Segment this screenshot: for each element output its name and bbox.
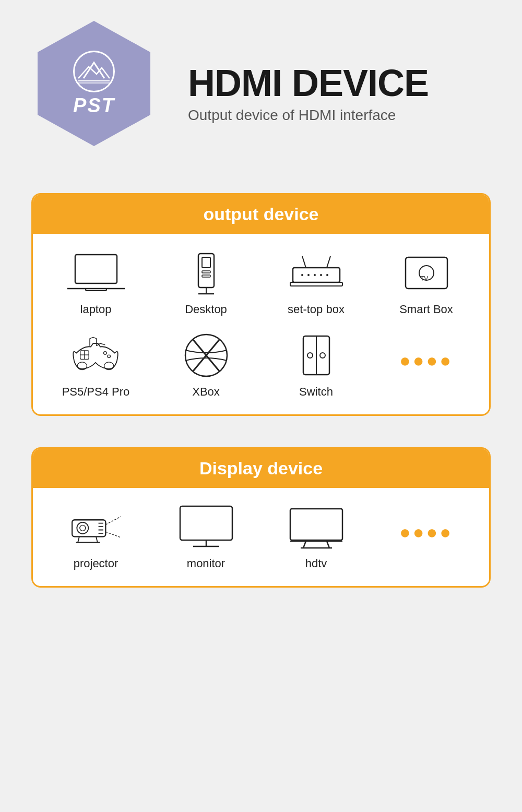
device-monitor: monitor (177, 504, 235, 570)
svg-rect-47 (180, 506, 232, 540)
display-card-header: Display device (33, 449, 489, 488)
svg-point-34 (320, 353, 325, 358)
device-settopbox: set-top box (288, 249, 345, 316)
svg-rect-2 (75, 255, 117, 283)
projector-icon (67, 504, 125, 551)
device-desktop: Desktop (177, 249, 235, 316)
gamepad-icon (67, 332, 124, 379)
device-more-display: ●●●● (398, 504, 455, 570)
settopbox-icon (288, 249, 345, 296)
xbox-icon (177, 332, 235, 379)
pst-logo-text: PST (73, 94, 115, 117)
switch-icon (288, 332, 345, 379)
device-hdtv: hdtv (288, 504, 345, 570)
dots-icon-display: ●●●● (399, 511, 453, 543)
smartbox-label: Smart Box (399, 303, 453, 316)
device-gamepad: PS5/PS4 Pro (62, 332, 130, 399)
switch-label: Switch (299, 385, 333, 399)
svg-rect-4 (86, 289, 106, 291)
gamepad-label: PS5/PS4 Pro (62, 385, 130, 399)
hexagon-logo: PST (31, 21, 157, 146)
monitor-icon (177, 504, 235, 551)
svg-point-36 (77, 522, 88, 534)
svg-line-52 (303, 541, 306, 548)
mountain-icon (78, 57, 110, 86)
svg-rect-6 (202, 257, 210, 268)
xbox-label: XBox (192, 385, 220, 399)
hdtv-label: hdtv (305, 557, 327, 570)
device-switch: Switch (288, 332, 345, 399)
laptop-icon (67, 249, 125, 296)
display-device-card: Display device (31, 447, 491, 588)
more-dots-icon-output: ●●●● (398, 332, 455, 379)
svg-rect-13 (293, 268, 340, 282)
svg-point-16 (314, 274, 316, 276)
svg-point-18 (326, 274, 328, 276)
svg-point-26 (104, 352, 107, 355)
dots-icon-output: ●●●● (399, 339, 453, 372)
device-xbox: XBox (177, 332, 235, 399)
svg-rect-7 (202, 271, 210, 273)
svg-rect-20 (406, 257, 447, 289)
svg-line-43 (96, 536, 98, 542)
page-header: PST HDMI DEVICE Output device of HDMI in… (31, 21, 491, 167)
svg-text:TV: TV (420, 275, 428, 282)
output-device-card: output device laptop (31, 193, 491, 416)
svg-line-53 (327, 541, 329, 548)
hex-logo-inner: PST (73, 51, 115, 117)
logo-container: PST (31, 21, 177, 167)
output-device-grid: laptop Desktop (43, 249, 479, 399)
svg-line-12 (327, 256, 330, 268)
smartbox-icon: TV (398, 249, 455, 296)
main-title: HDMI DEVICE (188, 64, 429, 102)
output-card-header: output device (33, 195, 489, 234)
projector-label: projector (74, 557, 118, 570)
device-laptop: laptop (67, 249, 125, 316)
desktop-icon (177, 249, 235, 296)
output-card-body: laptop Desktop (33, 234, 489, 414)
device-smartbox: TV Smart Box (398, 249, 455, 316)
settopbox-label: set-top box (288, 303, 345, 316)
svg-point-37 (79, 525, 85, 531)
svg-point-33 (307, 353, 313, 358)
svg-line-45 (105, 517, 121, 525)
subtitle: Output device of HDMI interface (188, 107, 429, 124)
svg-line-11 (302, 256, 306, 268)
desktop-label: Desktop (185, 303, 227, 316)
svg-point-17 (320, 274, 322, 276)
svg-line-46 (105, 532, 121, 538)
device-projector: projector (67, 504, 125, 570)
svg-point-14 (301, 274, 303, 276)
svg-line-42 (78, 536, 79, 542)
device-more-output: ●●●● (398, 332, 455, 399)
hdtv-icon (288, 504, 345, 551)
svg-point-15 (307, 274, 310, 276)
laptop-label: laptop (80, 303, 112, 316)
logo-circle (73, 51, 115, 92)
svg-rect-50 (290, 509, 342, 540)
output-card-title: output device (203, 204, 318, 224)
svg-rect-8 (202, 275, 210, 277)
display-card-body: projector monitor (33, 488, 489, 586)
monitor-label: monitor (187, 557, 225, 570)
more-dots-icon-display: ●●●● (398, 504, 455, 551)
display-device-grid: projector monitor (43, 504, 479, 570)
display-card-title: Display device (199, 458, 323, 478)
header-text-block: HDMI DEVICE Output device of HDMI interf… (188, 64, 429, 124)
svg-point-27 (108, 355, 111, 358)
